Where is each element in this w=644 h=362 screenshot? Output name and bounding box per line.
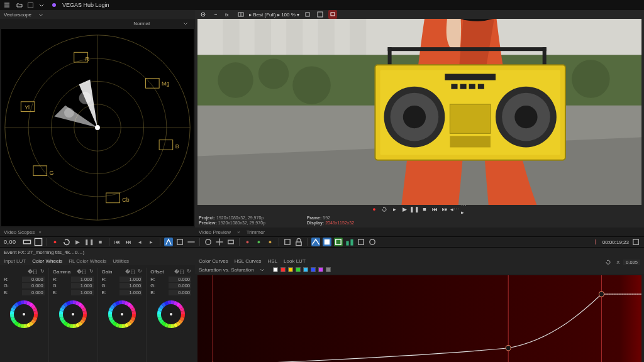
tool-button[interactable]: ● <box>255 238 264 246</box>
prev-frame-button[interactable]: ◂⋯ <box>451 206 458 213</box>
tool-button[interactable] <box>631 238 640 246</box>
tool-button[interactable]: ● <box>243 238 252 246</box>
preview-quality[interactable]: ▸ Best (Full) ▸ 100 % ▾ <box>249 12 299 18</box>
record-button[interactable]: ● <box>51 238 60 246</box>
color-swatch[interactable] <box>280 267 286 272</box>
tool-button[interactable] <box>215 238 224 246</box>
loop-button[interactable] <box>380 206 388 213</box>
tab-utilities[interactable]: Utilities <box>113 258 129 264</box>
g-value[interactable]: 0.000 <box>22 283 45 288</box>
stop-button[interactable]: ■ <box>421 206 428 213</box>
r-value[interactable]: 1.000 <box>71 277 94 282</box>
tab-hsl-curves[interactable]: HSL Curves <box>235 258 262 264</box>
color-wheel[interactable] <box>107 299 137 329</box>
go-end-button[interactable]: ⏭ <box>441 206 448 213</box>
color-wheel[interactable] <box>156 299 186 329</box>
chevron-down-icon[interactable] <box>181 19 190 28</box>
tool-button[interactable] <box>187 238 196 246</box>
go-start-button[interactable]: ⏮ <box>113 238 122 246</box>
pause-button[interactable]: ❚❚ <box>85 238 94 246</box>
tool-button[interactable] <box>175 238 184 246</box>
link-icon[interactable]: ↻ <box>138 268 142 275</box>
layout-icon[interactable] <box>28 3 33 8</box>
curves-mode[interactable]: Saturation vs. Saturation <box>199 267 254 273</box>
tool-button[interactable] <box>204 238 213 246</box>
r-value[interactable]: 0.000 <box>169 277 191 282</box>
go-end-button[interactable]: ⏭ <box>125 238 133 246</box>
reset-icon[interactable]: �日 <box>28 268 38 275</box>
b-value[interactable]: 1.000 <box>119 290 142 295</box>
tab-input-lut[interactable]: Input LUT <box>4 258 26 264</box>
chevron-down-icon[interactable] <box>36 10 45 19</box>
reset-icon[interactable]: �日 <box>125 268 135 275</box>
link-icon[interactable] <box>211 10 220 19</box>
tool-button[interactable] <box>334 238 343 246</box>
stop-button[interactable]: ■ <box>96 238 105 246</box>
go-start-button[interactable]: ⏮ <box>431 206 438 213</box>
hamburger-icon[interactable] <box>3 1 11 9</box>
play-start-button[interactable]: ▸ <box>391 206 398 213</box>
normal-edit-tool[interactable] <box>164 238 173 246</box>
readout-value[interactable]: 0.025 <box>623 260 640 265</box>
link-icon[interactable]: ↻ <box>40 268 45 275</box>
tool-button[interactable] <box>283 238 292 246</box>
tool-button[interactable] <box>226 238 235 246</box>
tab-color-wheels[interactable]: Color Wheels <box>32 258 62 264</box>
color-swatch[interactable] <box>326 267 331 272</box>
external-preview-icon[interactable] <box>328 10 337 19</box>
tool-button[interactable] <box>311 238 320 246</box>
vectorscope-tab[interactable]: Vectorscope <box>4 12 31 18</box>
prev-button[interactable]: ◂ <box>136 238 145 246</box>
next-frame-button[interactable]: ⋯▸ <box>461 206 469 213</box>
tab-rl-color-wheels[interactable]: RL Color Wheels <box>69 258 106 264</box>
r-value[interactable]: 1.000 <box>119 277 142 282</box>
tab-look-lut[interactable]: Look LUT <box>284 258 306 264</box>
tool-button[interactable] <box>345 238 354 246</box>
marker-icon[interactable] <box>591 238 600 246</box>
loop-button[interactable] <box>62 238 71 246</box>
scope-mode[interactable]: Normal <box>133 21 150 26</box>
g-value[interactable]: 1.000 <box>71 283 94 288</box>
tool-button[interactable]: ● <box>266 238 275 246</box>
color-wheel[interactable] <box>9 299 39 329</box>
timecode-left[interactable]: 0,00 <box>4 239 16 245</box>
link-icon[interactable]: ↻ <box>187 268 191 275</box>
link-icon[interactable]: ↻ <box>89 268 94 275</box>
close-icon[interactable]: × <box>237 229 240 235</box>
color-swatch[interactable] <box>303 267 308 272</box>
close-icon[interactable]: × <box>38 229 42 235</box>
color-swatch[interactable] <box>273 267 278 272</box>
tab-hsl[interactable]: HSL <box>268 258 278 264</box>
color-swatch[interactable] <box>318 267 323 272</box>
color-swatch[interactable] <box>311 267 316 272</box>
pause-button[interactable]: ❚❚ <box>411 206 418 213</box>
tool-button[interactable] <box>23 238 31 246</box>
color-swatch[interactable] <box>288 267 293 272</box>
lock-icon[interactable] <box>294 238 303 246</box>
color-wheel[interactable] <box>58 299 88 329</box>
fx-icon[interactable]: fx <box>224 10 233 19</box>
chevron-down-icon[interactable] <box>258 265 267 274</box>
safe-area-icon[interactable] <box>316 10 325 19</box>
g-value[interactable]: 1.000 <box>119 283 142 288</box>
trimmer-tab[interactable]: Trimmer <box>247 229 265 235</box>
tab-color-curves[interactable]: Color Curves <box>199 258 228 264</box>
g-value[interactable]: 0.000 <box>169 283 191 288</box>
chevron-down-icon[interactable] <box>37 1 46 9</box>
record-button[interactable]: ● <box>370 206 378 213</box>
b-value[interactable]: 1.000 <box>71 290 94 295</box>
timecode-right[interactable]: 00:00:19;23 <box>602 239 629 245</box>
play-button[interactable]: ▶ <box>74 238 82 246</box>
b-value[interactable]: 0.000 <box>169 290 191 295</box>
next-button[interactable]: ▸ <box>147 238 156 246</box>
folder-icon[interactable] <box>15 1 24 9</box>
tool-button[interactable] <box>357 238 365 246</box>
color-swatch[interactable] <box>296 267 301 272</box>
tool-button[interactable] <box>323 238 331 246</box>
reset-icon[interactable] <box>604 258 613 266</box>
tool-button[interactable] <box>368 238 377 246</box>
play-button[interactable]: ▶ <box>401 206 408 213</box>
scopes-tab[interactable]: Video Scopes <box>4 229 35 235</box>
b-value[interactable]: 0.000 <box>22 290 45 295</box>
video-preview-tab[interactable]: Video Preview <box>199 229 231 235</box>
